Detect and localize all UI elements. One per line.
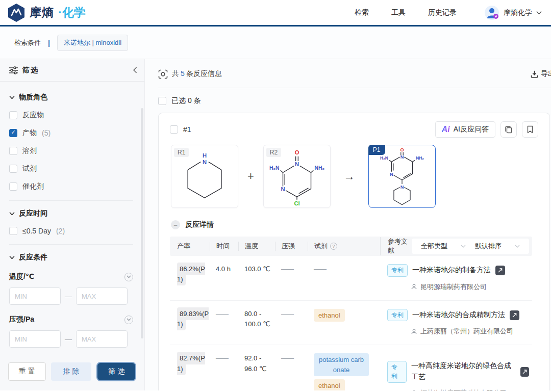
app-logo[interactable]: 摩熵·化学 [7,3,86,22]
reagent-cell: potassium carbonate ethanol water [308,353,380,390]
download-icon [531,70,538,78]
filter-apply-button[interactable]: 筛选 [96,362,136,381]
reaction-checkbox[interactable] [170,125,178,134]
svg-text:N: N [203,159,207,165]
user-avatar [484,5,499,20]
reactant-2-structure[interactable]: R2 O N [263,145,331,208]
nav-tools[interactable]: 工具 [391,8,406,17]
molecule-scan-icon [158,69,168,79]
temperature-value: 80.0 - 100.0 ℃ [238,309,275,329]
checkbox-checked[interactable] [9,129,17,137]
section-reaction-conditions[interactable]: 反应条件 [9,253,133,262]
top-nav: 检索 工具 历史记录 摩熵化学 [355,5,542,20]
temperature-min-input[interactable] [9,288,61,305]
patent-tag[interactable]: 专利 [387,264,408,277]
pressure-field-label: 压强/Pa [9,315,133,324]
ai-logo-icon: Ai [442,125,450,134]
filter-option-catalyst[interactable]: 催化剂 [9,182,133,191]
column-reference: 参考文献 [380,237,412,255]
column-time: 时间 [210,242,238,251]
checkbox[interactable] [9,165,17,173]
reference-title[interactable]: 一种米诺地尔的制备方法 [412,265,491,276]
exclude-button[interactable]: 排除 [51,362,92,381]
app-header: 摩熵·化学 检索 工具 历史记录 摩熵化学 [0,0,551,27]
reagent-tag[interactable]: potassium carbonate [314,353,369,376]
checkbox[interactable] [9,227,17,235]
reaction-details-title: 反应详情 [185,220,214,229]
yield-value: 89.83%(P1) [177,307,209,330]
filter-option-time[interactable]: ≤0.5 Day(2) [9,227,133,235]
type-filter-dropdown[interactable]: 全部类型 [418,242,469,251]
pressure-min-input[interactable] [9,330,61,348]
nav-history[interactable]: 历史记录 [428,8,457,17]
yield-value: 86.2%(P1) [177,263,205,285]
reactant-1-structure[interactable]: R1 H N [171,145,238,208]
checkbox[interactable] [9,111,17,119]
reagent-value: —— [308,264,380,274]
reference-cell: 专利 一种高纯度米诺地尔的绿色合成工艺 江苏海悦康医药科技有限公司 [380,353,529,390]
reset-button[interactable]: 重置 [8,362,46,381]
temperature-max-input[interactable] [76,288,128,305]
patent-tag[interactable]: 专利 [387,309,408,322]
patent-tag[interactable]: 专利 [387,361,407,383]
collapse-temperature-button[interactable] [124,273,133,281]
ai-qa-button[interactable]: Ai AI反应问答 [435,121,495,138]
svg-text:N: N [400,185,404,190]
filter-option-product[interactable]: 产物(5) [9,128,133,138]
filter-option-solvent[interactable]: 溶剂 [9,146,133,155]
svg-text:H: H [203,152,207,159]
user-menu[interactable]: 摩熵化学 [484,5,542,20]
chevron-down-icon [127,318,131,321]
checkbox[interactable] [9,147,17,155]
filter-option-reactant[interactable]: 反应物 [9,111,133,120]
nav-search[interactable]: 检索 [355,8,369,17]
chevron-down-icon [9,255,15,259]
external-link-icon[interactable] [495,266,505,275]
divider [158,88,551,88]
external-link-icon[interactable] [520,367,529,377]
table-row: 82.7%(P1) —— 92.0 - 96.0 ℃ —— potassium … [170,345,532,390]
company-name: 江苏海悦康医药科技有限公司 [420,388,507,390]
search-term-tag[interactable]: 米诺地尔 | minoxidil [57,35,128,51]
reference-title[interactable]: 一种高纯度米诺地尔的绿色合成工艺 [411,360,516,382]
user-name: 摩熵化学 [504,8,532,17]
reaction-card: #1 Ai AI反应问答 [158,113,550,390]
collapse-pressure-button[interactable] [124,316,133,324]
chevron-down-icon [515,245,520,248]
section-reaction-time[interactable]: 反应时间 [9,209,133,218]
reference-title[interactable]: 一种米诺地尔的合成精制方法 [412,309,505,321]
svg-text:O: O [400,147,404,152]
sidebar-collapse-button[interactable] [133,67,137,73]
pressure-max-input[interactable] [76,330,128,348]
company-icon [411,283,417,290]
reagent-help-icon[interactable]: ? [330,243,337,250]
filter-header: 筛选 [0,59,144,82]
pressure-value: —— [275,353,308,363]
bookmark-button[interactable] [522,121,538,138]
checkbox[interactable] [9,182,17,191]
external-link-icon[interactable] [510,310,519,320]
export-button[interactable]: 导出 [531,69,551,79]
filter-sliders-icon [9,66,18,74]
filter-actions: 重置 排除 筛选 [0,355,144,390]
section-substance-role[interactable]: 物质角色 [9,93,133,102]
select-all-checkbox[interactable] [158,97,166,105]
chevron-down-icon [536,11,542,15]
column-temperature: 温度 [238,242,275,251]
bookmark-icon [527,125,534,134]
filter-sidebar: 筛选 物质角色 反应物 产物(5) 溶剂 [0,59,145,390]
column-reagent: 试剂 ? [308,242,380,251]
svg-text:N: N [281,186,285,192]
breadcrumb-separator: | [48,39,50,47]
reagent-tag[interactable]: ethanol [314,379,345,390]
column-pressure: 压强 [275,242,308,251]
filter-option-reagent[interactable]: 试剂 [9,164,133,173]
reagent-tag[interactable]: ethanol [314,309,345,322]
reference-cell: 专利 一种米诺地尔的合成精制方法 上药康丽（常州）药业有限公司 [380,309,529,337]
product-structure[interactable]: P1 O [368,145,436,208]
sidebar-scrollbar[interactable] [141,108,143,338]
sort-dropdown[interactable]: 默认排序 [472,242,523,251]
collapse-details-button[interactable]: − [171,220,180,229]
copy-button[interactable] [500,121,517,138]
column-yield: 产率 [177,242,210,251]
